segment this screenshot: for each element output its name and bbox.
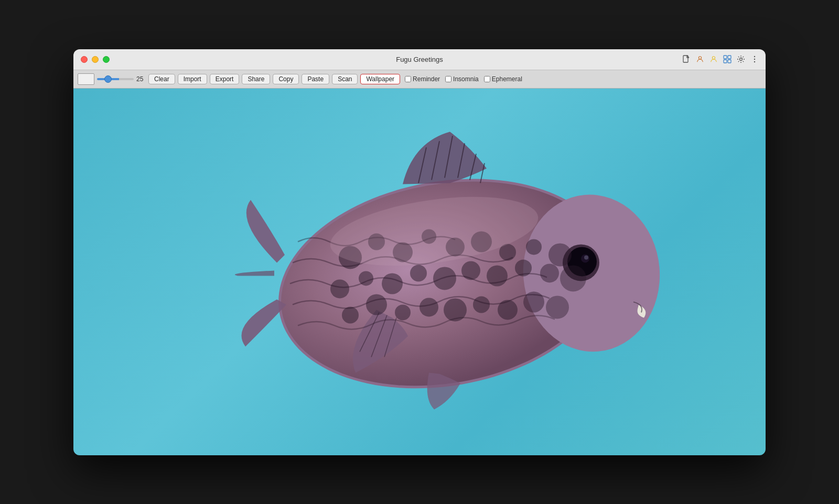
traffic-lights bbox=[81, 56, 110, 63]
svg-point-40 bbox=[433, 267, 456, 290]
svg-point-1 bbox=[698, 57, 701, 59]
svg-point-7 bbox=[740, 58, 743, 61]
scan-button[interactable]: Scan bbox=[332, 74, 358, 84]
menu-icon[interactable] bbox=[750, 54, 759, 64]
paste-button[interactable]: Paste bbox=[302, 74, 329, 84]
titlebar: Fugu Greetings bbox=[73, 49, 766, 70]
svg-point-35 bbox=[548, 243, 572, 266]
insomnia-label[interactable]: Insomnia bbox=[445, 75, 479, 83]
person2-icon[interactable] bbox=[709, 54, 718, 64]
share-button[interactable]: Share bbox=[242, 74, 270, 84]
svg-point-46 bbox=[342, 306, 359, 323]
svg-point-26 bbox=[584, 255, 588, 259]
ephemeral-checkbox[interactable] bbox=[484, 76, 490, 82]
gear-icon[interactable] bbox=[736, 54, 746, 64]
maximize-button[interactable] bbox=[103, 56, 110, 63]
ephemeral-label[interactable]: Ephemeral bbox=[484, 75, 522, 83]
reminder-label[interactable]: Reminder bbox=[405, 75, 440, 83]
svg-point-36 bbox=[330, 279, 349, 298]
close-button[interactable] bbox=[81, 56, 88, 63]
window-title: Fugu Greetings bbox=[396, 56, 443, 63]
svg-rect-4 bbox=[728, 56, 731, 59]
titlebar-icons bbox=[682, 54, 759, 64]
svg-point-8 bbox=[754, 56, 755, 57]
svg-rect-5 bbox=[724, 60, 727, 63]
svg-point-34 bbox=[526, 239, 542, 255]
checkbox-group: Reminder Insomnia Ephemeral bbox=[405, 75, 522, 83]
fish-illustration bbox=[193, 116, 665, 441]
brush-size-slider[interactable] bbox=[97, 78, 134, 80]
svg-point-9 bbox=[754, 59, 755, 60]
svg-point-38 bbox=[382, 273, 403, 294]
export-button[interactable]: Export bbox=[210, 74, 240, 84]
import-button[interactable]: Import bbox=[178, 74, 207, 84]
copy-button[interactable]: Copy bbox=[273, 74, 299, 84]
svg-point-49 bbox=[420, 298, 438, 316]
svg-point-39 bbox=[410, 265, 427, 281]
insomnia-checkbox[interactable] bbox=[445, 76, 451, 82]
canvas-area[interactable] bbox=[73, 89, 766, 455]
toolbar: 25 Clear Import Export Share Copy Paste … bbox=[73, 70, 766, 89]
svg-rect-3 bbox=[724, 56, 727, 59]
svg-point-10 bbox=[754, 61, 755, 62]
person-icon[interactable] bbox=[695, 54, 705, 64]
svg-point-44 bbox=[540, 264, 559, 282]
svg-point-54 bbox=[546, 295, 569, 319]
color-swatch[interactable] bbox=[78, 73, 94, 85]
minimize-button[interactable] bbox=[92, 56, 99, 63]
svg-point-2 bbox=[712, 57, 715, 59]
wallpaper-button[interactable]: Wallpaper bbox=[360, 74, 400, 84]
svg-rect-6 bbox=[728, 60, 731, 63]
svg-rect-0 bbox=[683, 56, 688, 62]
slider-value: 25 bbox=[136, 75, 146, 83]
clear-button[interactable]: Clear bbox=[148, 74, 175, 84]
file-icon[interactable] bbox=[682, 54, 691, 64]
svg-point-45 bbox=[560, 265, 586, 291]
reminder-checkbox[interactable] bbox=[405, 76, 411, 82]
puzzle-icon[interactable] bbox=[723, 54, 732, 64]
slider-container: 25 bbox=[97, 75, 146, 83]
svg-point-48 bbox=[395, 304, 411, 320]
svg-point-47 bbox=[366, 294, 387, 315]
app-window: Fugu Greetings bbox=[73, 49, 766, 455]
svg-point-51 bbox=[473, 296, 490, 313]
